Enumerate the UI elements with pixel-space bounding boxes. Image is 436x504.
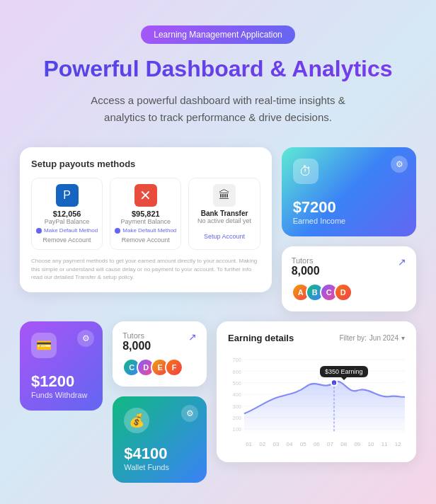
bank-setup[interactable]: Setup Account — [193, 233, 255, 240]
earnings-chart-svg: 700 600 500 400 300 200 100 — [228, 352, 405, 437]
tutors-count-mid: 8,000 — [122, 340, 151, 353]
stripe-amount: $95,821 — [115, 210, 176, 218]
paypal-remove[interactable]: Remove Account — [36, 236, 98, 244]
svg-text:500: 500 — [233, 380, 241, 386]
chart-x-labels: 01 02 03 04 05 06 07 08 09 10 11 12 — [228, 441, 405, 447]
paypal-amount: $12,056 — [36, 210, 98, 218]
x-label-11: 11 — [382, 441, 388, 447]
wallet-card: ⚙ 💰 $4100 Wallet Funds — [113, 396, 207, 483]
withdraw-card: ⚙ 💳 $1200 Funds Withdraw — [20, 321, 103, 411]
bank-method[interactable]: 🏛 Bank Transfer No active detail yet Set… — [188, 178, 260, 250]
wallet-label: Wallet Funds — [124, 463, 195, 471]
x-label-02: 02 — [259, 441, 265, 447]
earnings-chart-card: Earning details Filter by: Jun 2024 ▾ $3… — [217, 321, 416, 462]
x-label-08: 08 — [340, 441, 347, 447]
svg-text:700: 700 — [233, 357, 241, 363]
wallet-icon: 💰 — [124, 408, 149, 433]
wallet-gear-icon[interactable]: ⚙ — [181, 405, 198, 422]
right-top-col: ⚙ ⏱ $7200 Earned Income Tutors 8,000 ↗ — [282, 147, 416, 311]
filter-value: Jun 2024 — [369, 334, 398, 342]
header-section: Learning Management Application Powerful… — [0, 0, 436, 140]
svg-text:400: 400 — [233, 392, 241, 399]
tutors-header-mid: Tutors 8,000 ↗ — [122, 331, 197, 353]
stripe-label: Payment Balance — [115, 218, 176, 225]
filter-label: Filter by: — [340, 334, 367, 342]
left-bottom-col: ⚙ 💳 $1200 Funds Withdraw — [20, 321, 103, 411]
bank-title: Bank Transfer — [193, 210, 255, 217]
tutors-title-top: Tutors — [292, 256, 320, 265]
stripe-method[interactable]: ✕ $95,821 Payment Balance Make Default M… — [110, 178, 181, 250]
chart-title: Earning details — [228, 333, 294, 343]
payment-methods: P $12,056 PayPal Balance Make Default Me… — [31, 178, 260, 250]
x-label-06: 06 — [314, 441, 320, 447]
subtitle: Access a powerful dashboard with real-ti… — [69, 92, 367, 126]
x-label-03: 03 — [272, 441, 279, 447]
svg-text:200: 200 — [233, 415, 241, 421]
top-row: Setup payouts methods P $12,056 PayPal B… — [20, 147, 416, 311]
stripe-remove[interactable]: Remove Account — [115, 236, 176, 244]
stripe-default[interactable]: Make Default Method — [115, 227, 176, 234]
avatar-4: D — [334, 283, 352, 302]
stripe-icon: ✕ — [134, 184, 157, 207]
tutors-header-top: Tutors 8,000 ↗ — [292, 256, 406, 277]
paypal-icon: P — [56, 184, 79, 207]
main-title: Powerful Dashboard & Analytics — [28, 55, 408, 82]
earned-income-card: ⚙ ⏱ $7200 Earned Income — [282, 147, 416, 236]
x-label-01: 01 — [246, 441, 252, 447]
dashboard-area: Setup payouts methods P $12,056 PayPal B… — [0, 140, 436, 504]
stripe-default-text: Make Default Method — [122, 227, 176, 234]
earned-label: Earned Income — [293, 217, 405, 225]
default-dot — [36, 228, 42, 234]
setup-payouts-card: Setup payouts methods P $12,056 PayPal B… — [20, 147, 272, 292]
avatars-mid: C D E F — [122, 358, 197, 377]
tutors-count-top: 8,000 — [292, 265, 320, 277]
default-text: Make Default Method — [44, 227, 98, 234]
withdraw-amount: $1200 — [31, 372, 91, 391]
chart-area: $350 Earning 700 600 500 — [228, 352, 405, 451]
x-label-07: 07 — [327, 441, 333, 447]
tutors-info-mid: Tutors 8,000 — [122, 331, 151, 353]
svg-text:100: 100 — [233, 427, 241, 433]
svg-text:600: 600 — [233, 369, 241, 375]
paypal-label: PayPal Balance — [36, 218, 98, 225]
earned-amount: $7200 — [293, 198, 405, 217]
x-label-09: 09 — [354, 441, 360, 447]
chevron-down-icon: ▾ — [401, 334, 405, 342]
avatars-top: A B C D — [292, 283, 406, 302]
withdraw-label: Funds Withdraw — [31, 391, 91, 399]
x-label-05: 05 — [300, 441, 306, 447]
paypal-default[interactable]: Make Default Method — [36, 227, 98, 234]
middle-bottom-col: Tutors 8,000 ↗ C D E F ⚙ 💰 — [113, 321, 207, 483]
withdraw-icon: 💳 — [31, 333, 57, 358]
badge: Learning Management Application — [141, 25, 294, 44]
earned-gear-icon[interactable]: ⚙ — [391, 156, 408, 173]
stripe-default-dot — [115, 228, 120, 234]
bank-icon: 🏛 — [213, 184, 236, 207]
withdraw-gear-icon[interactable]: ⚙ — [77, 330, 94, 347]
tutors-info-top: Tutors 8,000 — [292, 256, 320, 277]
page-wrapper: Learning Management Application Powerful… — [0, 0, 436, 504]
earned-card-icon: ⏱ — [293, 159, 319, 184]
wallet-amount: $4100 — [124, 445, 195, 463]
paypal-method[interactable]: P $12,056 PayPal Balance Make Default Me… — [31, 178, 103, 250]
chart-tooltip: $350 Earning — [320, 366, 368, 377]
bottom-row: ⚙ 💳 $1200 Funds Withdraw Tutors 8,000 ↗ — [20, 321, 416, 483]
x-label-12: 12 — [395, 441, 401, 447]
chart-filter[interactable]: Filter by: Jun 2024 ▾ — [340, 334, 406, 342]
bank-label: No active detail yet — [193, 217, 255, 224]
setup-card-title: Setup payouts methods — [31, 159, 260, 169]
chart-area-fill — [244, 382, 405, 433]
x-label-10: 10 — [368, 441, 374, 447]
tutors-arrow-top[interactable]: ↗ — [398, 256, 406, 268]
x-label-04: 04 — [287, 441, 293, 447]
avatar-m4: F — [165, 358, 183, 377]
chart-header: Earning details Filter by: Jun 2024 ▾ — [228, 333, 405, 343]
svg-text:300: 300 — [233, 403, 241, 410]
tutors-card-mid: Tutors 8,000 ↗ C D E F — [113, 321, 207, 386]
tutors-card-top: Tutors 8,000 ↗ A B C D — [282, 246, 416, 311]
tutors-arrow-mid[interactable]: ↗ — [188, 331, 197, 343]
setup-note: Choose any payment methods to get your e… — [31, 257, 260, 281]
tutors-title-mid: Tutors — [122, 331, 151, 340]
